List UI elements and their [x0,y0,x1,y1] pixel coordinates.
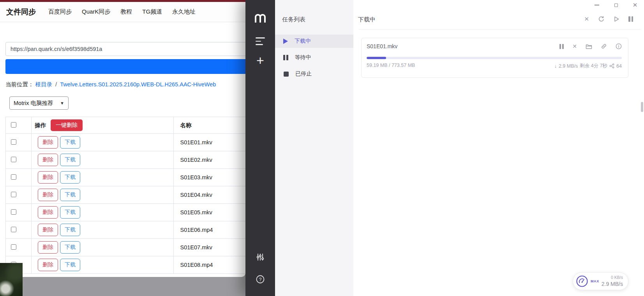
svg-text:?: ? [259,277,262,282]
copy-link-icon[interactable] [601,43,607,49]
file-name: S01E03.mkv [177,174,212,180]
peers-count: 64 [616,63,622,69]
nav-tg-channel[interactable]: TG频道 [142,8,162,16]
row-checkbox[interactable] [11,227,16,232]
task-delete-icon[interactable]: ✕ [572,43,577,49]
client-select[interactable]: Motrix 电脑推荐 ▼ [9,96,69,110]
delete-button[interactable]: 删除 [38,189,58,201]
download-button[interactable]: 下载 [60,154,80,166]
browser-window: 文件同步 百度同步 QuarK同步 教程 TG频道 永久地址 当前位置： 根目录… [0,0,245,277]
tab-waiting[interactable]: 等待中 [275,51,353,64]
nav-quark-sync[interactable]: QuarK同步 [82,8,110,16]
client-select-value: Motrix 电脑推荐 [14,100,53,107]
nav-tutorial[interactable]: 教程 [120,8,132,16]
tab-stopped[interactable]: 已停止 [275,67,353,81]
motrix-sidebar: + ? [245,0,275,296]
add-task-icon[interactable]: + [245,54,275,67]
delete-button[interactable]: 删除 [38,259,58,271]
delete-button[interactable]: 删除 [38,136,58,149]
file-name: S01E06.mp4 [177,227,213,233]
peers-icon [609,63,614,68]
settings-sliders-icon[interactable] [245,253,275,261]
action-column-header: 操作 [35,122,46,129]
task-info-icon[interactable] [616,43,622,49]
pause-all-icon[interactable] [628,16,633,22]
file-table: 操作 一键删除 名称 删除 下载 S01E01.mkv 删除 [5,117,245,274]
refresh-icon[interactable] [598,16,605,23]
table-row: 删除 下载 S01E04.mkv [6,186,246,204]
task-category-panel: 任务列表 下载中 等待中 已停止 [275,0,353,296]
delete-selected-icon[interactable]: ✕ [584,16,589,23]
task-speed: 2.9 MB/s [559,63,578,69]
chevron-down-icon: ▼ [60,101,64,105]
row-checkbox[interactable] [11,192,16,197]
download-task-card[interactable]: S01E01.mkv ✕ [361,38,628,78]
delete-button[interactable]: 删除 [38,241,58,254]
row-checkbox[interactable] [11,244,16,250]
upload-speed: 0 KB/s [602,275,623,280]
table-row: 删除 下载 S01E05.mkv [6,204,246,221]
tab-waiting-label: 等待中 [295,54,311,61]
speed-widget[interactable]: MAX 0 KB/s 2.9 MB/s [573,272,628,290]
task-detail-panel: ✕ 下载中 ✕ S01E01.mkv ✕ [353,0,644,296]
progress-fill [367,57,386,59]
task-filename: S01E01.mkv [367,43,397,49]
row-checkbox[interactable] [11,139,16,145]
help-icon[interactable]: ? [245,275,275,284]
breadcrumb-separator: / [55,81,57,88]
nav-permanent-url[interactable]: 永久地址 [172,8,196,16]
maximize-icon[interactable] [612,1,620,9]
breadcrumb-root-link[interactable]: 根目录 [35,81,53,88]
breadcrumb-current-link[interactable]: Twelve.Letters.S01.2025.2160p.WEB-DL.H26… [60,81,216,88]
download-button[interactable]: 下载 [60,136,80,149]
task-list-icon[interactable] [245,37,275,45]
breadcrumb: 当前位置： 根目录 / Twelve.Letters.S01.2025.2160… [5,81,216,88]
download-button[interactable]: 下载 [60,259,80,271]
file-name: S01E07.mkv [177,244,212,250]
progress-bar [367,57,622,59]
bulk-delete-button[interactable]: 一键删除 [51,119,83,131]
window-controls: ✕ [593,1,639,9]
minimize-icon[interactable] [593,1,601,9]
download-button[interactable]: 下载 [60,171,80,184]
tab-downloading[interactable]: 下载中 [275,35,353,48]
tab-stopped-label: 已停止 [295,70,312,77]
delete-button[interactable]: 删除 [38,224,58,236]
share-url-input[interactable] [5,42,245,56]
motrix-logo-icon [245,13,275,23]
download-button[interactable]: 下载 [60,189,80,201]
detail-panel-title: 下载中 [358,16,376,23]
row-checkbox[interactable] [11,209,16,215]
stop-icon [284,72,289,77]
delete-button[interactable]: 删除 [38,206,58,219]
divider [359,29,641,30]
download-button[interactable]: 下载 [60,241,80,254]
scrollbar-thumb[interactable] [641,102,643,112]
download-button[interactable]: 下载 [60,206,80,219]
speedometer-icon [575,275,589,288]
delete-button[interactable]: 删除 [38,171,58,184]
file-name: S01E02.mkv [177,157,212,163]
table-row: 删除 下载 S01E06.mp4 [6,221,246,239]
task-pause-icon[interactable] [559,44,564,49]
fetch-share-button[interactable] [5,59,245,74]
nav-baidu-sync[interactable]: 百度同步 [48,8,72,16]
delete-button[interactable]: 删除 [38,154,58,166]
resume-all-icon[interactable] [614,16,619,22]
open-folder-icon[interactable] [586,44,592,49]
download-speed: 2.9 MB/s [602,280,623,287]
select-all-checkbox[interactable] [11,122,16,128]
motrix-window: + ? 任务列表 下载中 等待中 [245,0,644,296]
table-header-row: 操作 一键删除 名称 [6,117,246,134]
download-button[interactable]: 下载 [60,224,80,236]
speed-mode-label: MAX [591,279,599,283]
desktop-wallpaper-photo [0,263,23,296]
table-row: 删除 下载 S01E07.mkv [6,239,246,256]
window-close-icon[interactable]: ✕ [631,1,639,9]
tab-downloading-label: 下载中 [295,38,311,45]
file-name: S01E01.mkv [177,139,212,145]
row-checkbox[interactable] [11,174,16,180]
task-remaining: 剩余 4分 7秒 [580,63,607,69]
download-arrow-icon: ↓ [554,63,557,69]
row-checkbox[interactable] [11,157,16,162]
